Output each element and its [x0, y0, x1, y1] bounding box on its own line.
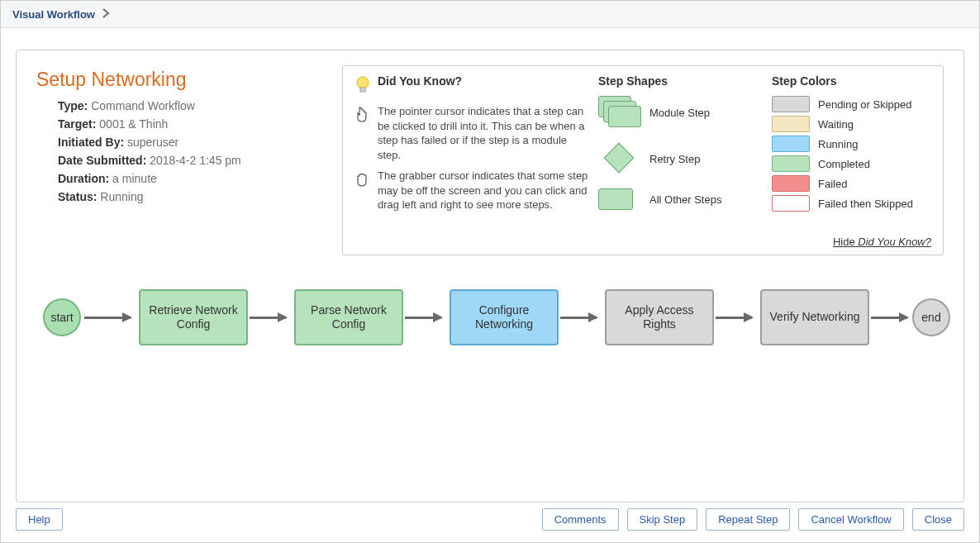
- footer: Help Comments Skip Step Repeat Step Canc…: [1, 500, 979, 542]
- main-panel: Setup Networking Type: Command Workflow …: [16, 50, 964, 503]
- retry-step-icon: [598, 144, 641, 174]
- repeat-step-button[interactable]: Repeat Step: [706, 508, 790, 531]
- legend-color-label: Running: [818, 138, 858, 150]
- skip-step-button[interactable]: Skip Step: [627, 508, 698, 531]
- legend-shape-module: Module Step: [598, 96, 764, 129]
- arrow-icon: [560, 317, 597, 319]
- legend-color-label: Completed: [818, 158, 870, 170]
- meta-initiated-by: Initiated By: superuser: [58, 136, 334, 149]
- workflow-step-label: Apply Access Rights: [613, 303, 706, 332]
- comments-button[interactable]: Comments: [542, 508, 619, 531]
- chevron-right-icon: [102, 7, 110, 21]
- start-node[interactable]: start: [43, 298, 81, 336]
- legend-shape-other: All Other Steps: [598, 188, 764, 210]
- close-button[interactable]: Close: [912, 508, 964, 531]
- svg-point-0: [357, 77, 369, 88]
- end-node[interactable]: end: [912, 298, 950, 336]
- workflow-step[interactable]: Verify Networking: [760, 289, 869, 345]
- arrow-icon: [871, 317, 907, 319]
- workflow-step-label: Parse Network Config: [302, 303, 395, 332]
- legend-color-row: Waiting: [772, 116, 931, 132]
- page-title: Setup Networking: [36, 69, 334, 91]
- workflow-diagram[interactable]: start Retrieve Network ConfigParse Netwo…: [31, 269, 949, 459]
- cancel-workflow-button[interactable]: Cancel Workflow: [798, 508, 903, 531]
- workflow-step-label: Configure Networking: [458, 303, 550, 332]
- tip-pointer: The pointer cursor indicates that a step…: [378, 104, 590, 162]
- legend-color-row: Failed: [772, 175, 931, 192]
- color-swatch: [772, 175, 810, 192]
- other-step-icon: [598, 188, 641, 210]
- meta-type: Type: Command Workflow: [58, 99, 334, 112]
- legend-color-label: Pending or Skipped: [818, 98, 911, 111]
- step-shapes-heading: Step Shapes: [598, 74, 764, 88]
- legend-color-label: Failed then Skipped: [818, 198, 913, 210]
- color-swatch: [772, 96, 810, 112]
- legend-color-row: Pending or Skipped: [772, 96, 931, 112]
- module-step-icon: [598, 96, 641, 129]
- svg-rect-1: [360, 88, 365, 92]
- workflow-step-label: Verify Networking: [770, 310, 860, 325]
- legend-color-label: Failed: [818, 178, 847, 190]
- arrow-icon: [405, 317, 441, 319]
- workflow-step[interactable]: Apply Access Rights: [605, 289, 714, 345]
- help-button[interactable]: Help: [16, 508, 63, 531]
- workflow-step[interactable]: Parse Network Config: [294, 289, 403, 345]
- tip-grabber: The grabber cursor indicates that some s…: [378, 169, 590, 212]
- lightbulb-icon: [354, 75, 371, 95]
- color-swatch: [772, 155, 810, 172]
- legend-color-row: Completed: [772, 155, 931, 172]
- step-colors-heading: Step Colors: [772, 74, 931, 88]
- arrow-icon: [250, 317, 286, 319]
- breadcrumb: Visual Workflow: [1, 1, 979, 28]
- legend-color-row: Failed then Skipped: [772, 195, 931, 212]
- legend-color-row: Running: [772, 136, 931, 152]
- meta-date-submitted: Date Submitted: 2018-4-2 1:45 pm: [58, 154, 334, 167]
- color-swatch: [772, 136, 810, 152]
- arrow-icon: [716, 317, 752, 319]
- color-swatch: [772, 195, 810, 212]
- info-box: Did You Know? The pointer cursor indicat…: [342, 65, 944, 255]
- arrow-icon: [84, 317, 131, 319]
- grabber-cursor-icon: [354, 169, 371, 212]
- legend-shape-retry: Retry Step: [598, 144, 764, 174]
- meta-status: Status: Running: [58, 190, 334, 203]
- breadcrumb-item[interactable]: Visual Workflow: [12, 8, 95, 21]
- meta-duration: Duration: a minute: [58, 172, 334, 185]
- meta-target: Target: 0001 & Thinh: [58, 117, 334, 131]
- workflow-step[interactable]: Retrieve Network Config: [139, 289, 248, 345]
- workflow-step[interactable]: Configure Networking: [450, 289, 559, 345]
- did-you-know-heading: Did You Know?: [378, 74, 462, 88]
- pointer-cursor-icon: [354, 104, 371, 162]
- workflow-step-label: Retrieve Network Config: [147, 303, 240, 332]
- legend-color-label: Waiting: [818, 118, 854, 131]
- hide-did-you-know-link[interactable]: Hide Did You Know?: [833, 236, 931, 248]
- color-swatch: [772, 116, 810, 132]
